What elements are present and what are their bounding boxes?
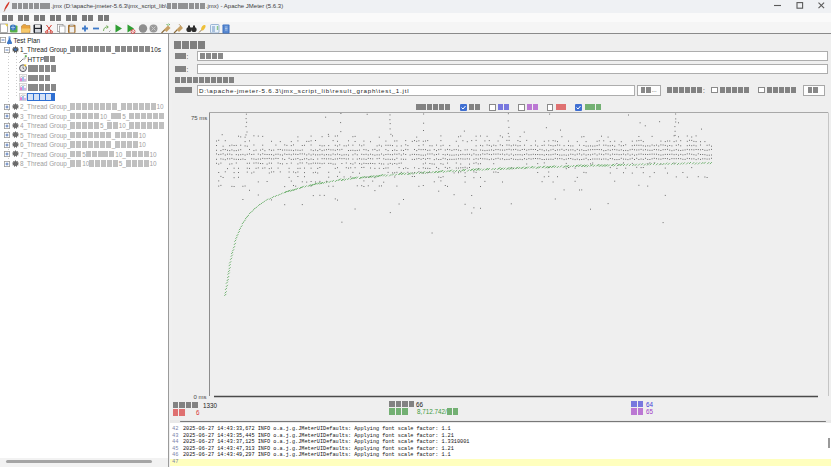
svg-text:75 ms: 75 ms: [191, 115, 207, 121]
svg-text:0 ms: 0 ms: [194, 394, 207, 400]
